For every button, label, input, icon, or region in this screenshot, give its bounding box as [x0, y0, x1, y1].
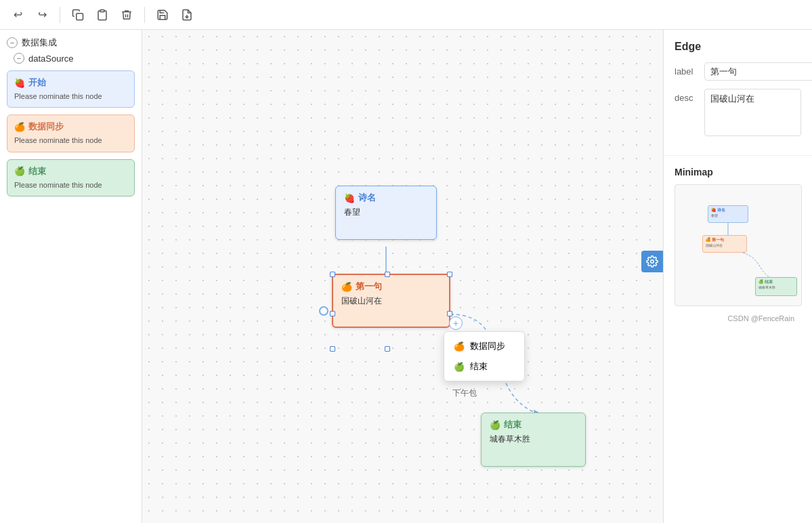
right-panel: Edge label desc 国破山河在 Minimap 🍓 诗名 春望 🍊 … [663, 30, 812, 523]
below-label: 下午包 [452, 388, 477, 399]
ctx-sync-label: 数据同步 [470, 340, 505, 352]
sidebar-node-start[interactable]: 🍓 开始 Please nominate this node [7, 70, 135, 108]
svg-rect-0 [77, 13, 83, 20]
start-icon: 🍓 [14, 78, 25, 88]
ctx-sync[interactable]: 🍊 数据同步 [444, 336, 524, 356]
context-menu: 🍊 数据同步 🍏 结束 [444, 331, 525, 381]
handle-tr[interactable] [447, 272, 452, 277]
minimap-canvas: 🍓 诗名 春望 🍊 第一句 国破山河在 🍏 结束 城春草木胜 [675, 184, 802, 306]
svg-point-6 [651, 260, 654, 264]
sync-node-desc: Please nominate this node [14, 135, 127, 146]
ctx-end-icon: 🍏 [454, 362, 465, 372]
end-icon: 🍏 [14, 166, 25, 176]
handle-mr[interactable] [447, 311, 452, 316]
edge-section: Edge label desc 国破山河在 [664, 30, 812, 156]
edge-title: Edge [675, 41, 801, 53]
datasource-collapse-icon[interactable]: − [14, 53, 24, 64]
sidebar-node-end[interactable]: 🍏 结束 Please nominate this node [7, 159, 135, 196]
sidebar-node-sync[interactable]: 🍊 数据同步 Please nominate this node [7, 114, 135, 152]
ctx-end-label: 结束 [470, 360, 488, 373]
sidebar-datasource[interactable]: − dataSource [14, 53, 135, 64]
end-node-title: 🍏 结束 [490, 419, 577, 431]
first-node-icon: 🍊 [341, 282, 352, 292]
poem-node-icon: 🍓 [344, 193, 355, 203]
start-node-title: 🍓 开始 [14, 77, 127, 89]
add-connection-btn[interactable]: + [449, 316, 463, 330]
label-input[interactable] [704, 62, 812, 81]
redo-icon[interactable]: ↪ [33, 5, 51, 24]
toolbar-divider-2 [144, 7, 145, 23]
export-icon[interactable] [177, 5, 196, 24]
end-node-icon: 🍏 [490, 420, 500, 430]
minimap-section: Minimap 🍓 诗名 春望 🍊 第一句 国破山河在 🍏 结束 [664, 156, 812, 336]
handle-tl[interactable] [330, 272, 335, 277]
minimap-title: Minimap [675, 167, 801, 177]
poem-flow-node[interactable]: 🍓 诗名 春望 [335, 186, 437, 240]
handle-bm[interactable] [385, 346, 390, 352]
end-node-title: 🍏 结束 [14, 165, 127, 177]
label-field-label: label [675, 62, 699, 77]
main-layout: − 数据集成 − dataSource 🍓 开始 Please nominate… [0, 30, 812, 523]
first-node-body: 国破山河在 [341, 295, 441, 307]
sync-icon: 🍊 [14, 122, 25, 132]
first-flow-node[interactable]: 🍊 第一句 国破山河在 [332, 274, 450, 328]
sync-node-title: 🍊 数据同步 [14, 121, 127, 133]
paste-icon[interactable] [93, 5, 112, 24]
poem-node-body: 春望 [344, 207, 428, 218]
group-label: 数据集成 [22, 37, 57, 49]
first-node-title: 🍊 第一句 [341, 280, 441, 293]
desc-field-label: desc [675, 89, 699, 103]
label-field: label [675, 62, 801, 81]
save-icon[interactable] [153, 5, 172, 24]
footer-text: CSDN @FenceRain [675, 312, 801, 325]
toolbar-divider-1 [60, 7, 60, 23]
undo-icon[interactable]: ↩ [8, 5, 27, 24]
handle-bl[interactable] [330, 346, 335, 352]
collapse-icon[interactable]: − [7, 37, 18, 48]
mm-node-end: 🍏 结束 城春草木胜 [755, 277, 797, 296]
toolbar: ↩ ↪ [0, 0, 812, 30]
ctx-end[interactable]: 🍏 结束 [444, 356, 524, 377]
sidebar: − 数据集成 − dataSource 🍓 开始 Please nominate… [0, 30, 142, 523]
handle-tm[interactable] [385, 272, 390, 277]
poem-node-title: 🍓 诗名 [344, 192, 428, 204]
desc-textarea[interactable]: 国破山河在 [704, 89, 801, 136]
copy-icon[interactable] [68, 5, 87, 24]
start-node-desc: Please nominate this node [14, 91, 127, 102]
settings-btn[interactable] [641, 251, 663, 272]
svg-rect-1 [100, 9, 104, 12]
end-node-body: 城春草木胜 [490, 434, 577, 445]
left-connector[interactable] [319, 306, 328, 316]
end-node-desc: Please nominate this node [14, 180, 127, 190]
flow-canvas[interactable]: 🍓 诗名 春望 🍊 第一句 国破山河在 + 🍊 [142, 30, 663, 523]
desc-field: desc 国破山河在 [675, 89, 801, 136]
end-flow-node[interactable]: 🍏 结束 城春草木胜 [481, 413, 586, 467]
ctx-sync-icon: 🍊 [454, 341, 465, 352]
handle-ml[interactable] [330, 311, 335, 316]
delete-icon[interactable] [117, 5, 136, 24]
datasource-label: dataSource [28, 54, 74, 64]
sidebar-group-integration[interactable]: − 数据集成 [7, 37, 135, 49]
